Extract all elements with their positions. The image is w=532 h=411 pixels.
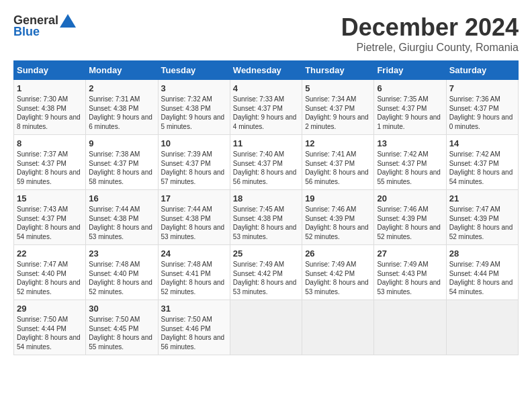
cell-info: Sunrise: 7:50 AMSunset: 4:45 PMDaylight:… [89,316,152,351]
calendar-week-row: 22Sunrise: 7:47 AMSunset: 4:40 PMDayligh… [14,245,519,300]
cell-info: Sunrise: 7:44 AMSunset: 4:38 PMDaylight:… [161,205,225,240]
calendar-cell: 18Sunrise: 7:45 AMSunset: 4:38 PMDayligh… [230,190,302,245]
calendar-cell: 4Sunrise: 7:33 AMSunset: 4:37 PMDaylight… [230,80,302,135]
calendar-cell: 30Sunrise: 7:50 AMSunset: 4:45 PMDayligh… [86,300,158,355]
calendar-cell: 28Sunrise: 7:49 AMSunset: 4:44 PMDayligh… [446,245,518,300]
calendar-cell: 3Sunrise: 7:32 AMSunset: 4:38 PMDaylight… [158,80,230,135]
cell-info: Sunrise: 7:46 AMSunset: 4:39 PMDaylight:… [377,205,441,240]
calendar-cell: 24Sunrise: 7:48 AMSunset: 4:41 PMDayligh… [158,245,230,300]
calendar-cell: 17Sunrise: 7:44 AMSunset: 4:38 PMDayligh… [158,190,230,245]
cell-info: Sunrise: 7:32 AMSunset: 4:38 PMDaylight:… [161,95,225,130]
day-number: 24 [161,248,227,259]
calendar-cell: 11Sunrise: 7:40 AMSunset: 4:37 PMDayligh… [230,135,302,190]
cell-info: Sunrise: 7:30 AMSunset: 4:38 PMDaylight:… [17,95,81,130]
cell-info: Sunrise: 7:37 AMSunset: 4:37 PMDaylight:… [17,150,81,185]
cell-info: Sunrise: 7:45 AMSunset: 4:38 PMDaylight:… [233,205,297,240]
day-number: 26 [305,248,371,259]
calendar-week-row: 1Sunrise: 7:30 AMSunset: 4:38 PMDaylight… [14,80,519,135]
cell-info: Sunrise: 7:48 AMSunset: 4:41 PMDaylight:… [161,261,225,295]
calendar-cell: 21Sunrise: 7:47 AMSunset: 4:39 PMDayligh… [446,190,518,245]
calendar-cell: 7Sunrise: 7:36 AMSunset: 4:37 PMDaylight… [446,80,518,135]
cell-info: Sunrise: 7:42 AMSunset: 4:37 PMDaylight:… [377,150,441,185]
day-number: 14 [449,138,515,148]
day-number: 28 [449,248,515,259]
day-number: 13 [377,138,443,148]
cell-info: Sunrise: 7:50 AMSunset: 4:46 PMDaylight:… [161,316,225,351]
day-number: 12 [305,138,371,148]
calendar-cell [302,300,374,355]
calendar-cell: 27Sunrise: 7:49 AMSunset: 4:43 PMDayligh… [374,245,446,300]
logo-blue: Blue [13,25,40,39]
calendar-cell: 19Sunrise: 7:46 AMSunset: 4:39 PMDayligh… [302,190,374,245]
calendar-header-row: SundayMondayTuesdayWednesdayThursdayFrid… [14,61,519,80]
calendar-cell: 12Sunrise: 7:41 AMSunset: 4:37 PMDayligh… [302,135,374,190]
day-number: 30 [89,304,154,314]
calendar-week-row: 8Sunrise: 7:37 AMSunset: 4:37 PMDaylight… [14,135,519,190]
day-number: 27 [377,248,443,259]
day-number: 18 [233,193,299,203]
day-number: 19 [305,193,371,203]
cell-info: Sunrise: 7:49 AMSunset: 4:42 PMDaylight:… [305,261,369,295]
cell-info: Sunrise: 7:42 AMSunset: 4:37 PMDaylight:… [449,150,513,185]
header-saturday: Saturday [446,61,518,80]
day-number: 1 [17,83,83,93]
cell-info: Sunrise: 7:40 AMSunset: 4:37 PMDaylight:… [233,150,297,185]
day-number: 31 [161,304,227,314]
logo: General Blue [13,13,76,39]
header-monday: Monday [86,61,158,80]
cell-info: Sunrise: 7:35 AMSunset: 4:37 PMDaylight:… [377,95,441,130]
calendar-cell: 5Sunrise: 7:34 AMSunset: 4:37 PMDaylight… [302,80,374,135]
day-number: 29 [17,304,83,314]
calendar-cell: 2Sunrise: 7:31 AMSunset: 4:38 PMDaylight… [86,80,158,135]
calendar-cell: 10Sunrise: 7:39 AMSunset: 4:37 PMDayligh… [158,135,230,190]
cell-info: Sunrise: 7:44 AMSunset: 4:38 PMDaylight:… [89,205,152,240]
calendar-cell: 9Sunrise: 7:38 AMSunset: 4:37 PMDaylight… [86,135,158,190]
day-number: 2 [89,83,154,93]
day-number: 22 [17,248,83,259]
day-number: 5 [305,83,371,93]
day-number: 16 [89,193,154,203]
calendar-week-row: 29Sunrise: 7:50 AMSunset: 4:44 PMDayligh… [14,300,519,355]
cell-info: Sunrise: 7:31 AMSunset: 4:38 PMDaylight:… [89,95,152,130]
cell-info: Sunrise: 7:49 AMSunset: 4:44 PMDaylight:… [449,261,513,295]
cell-info: Sunrise: 7:36 AMSunset: 4:37 PMDaylight:… [449,95,513,130]
calendar-cell: 20Sunrise: 7:46 AMSunset: 4:39 PMDayligh… [374,190,446,245]
calendar-cell: 26Sunrise: 7:49 AMSunset: 4:42 PMDayligh… [302,245,374,300]
day-number: 21 [449,193,515,203]
cell-info: Sunrise: 7:39 AMSunset: 4:37 PMDaylight:… [161,150,225,185]
header-wednesday: Wednesday [230,61,302,80]
cell-info: Sunrise: 7:47 AMSunset: 4:39 PMDaylight:… [449,205,513,240]
header-tuesday: Tuesday [158,61,230,80]
cell-info: Sunrise: 7:33 AMSunset: 4:37 PMDaylight:… [233,95,297,130]
day-number: 10 [161,138,227,148]
calendar-cell: 15Sunrise: 7:43 AMSunset: 4:37 PMDayligh… [14,190,86,245]
cell-info: Sunrise: 7:38 AMSunset: 4:37 PMDaylight:… [89,150,152,185]
day-number: 7 [449,83,515,93]
cell-info: Sunrise: 7:49 AMSunset: 4:42 PMDaylight:… [233,261,297,295]
cell-info: Sunrise: 7:41 AMSunset: 4:37 PMDaylight:… [305,150,369,185]
calendar-cell: 23Sunrise: 7:48 AMSunset: 4:40 PMDayligh… [86,245,158,300]
header-thursday: Thursday [302,61,374,80]
month-title: December 2024 [341,13,519,42]
calendar-cell: 6Sunrise: 7:35 AMSunset: 4:37 PMDaylight… [374,80,446,135]
calendar-cell [230,300,302,355]
svg-marker-0 [60,14,76,28]
calendar-cell: 13Sunrise: 7:42 AMSunset: 4:37 PMDayligh… [374,135,446,190]
header-area: General Blue December 2024 Pietrele, Giu… [13,13,519,54]
header-friday: Friday [374,61,446,80]
day-number: 8 [17,138,83,148]
day-number: 4 [233,83,299,93]
cell-info: Sunrise: 7:34 AMSunset: 4:37 PMDaylight:… [305,95,369,130]
calendar-cell: 31Sunrise: 7:50 AMSunset: 4:46 PMDayligh… [158,300,230,355]
cell-info: Sunrise: 7:48 AMSunset: 4:40 PMDaylight:… [89,261,152,295]
day-number: 11 [233,138,299,148]
calendar-cell: 14Sunrise: 7:42 AMSunset: 4:37 PMDayligh… [446,135,518,190]
day-number: 25 [233,248,299,259]
day-number: 3 [161,83,227,93]
calendar-cell: 25Sunrise: 7:49 AMSunset: 4:42 PMDayligh… [230,245,302,300]
calendar-cell: 29Sunrise: 7:50 AMSunset: 4:44 PMDayligh… [14,300,86,355]
day-number: 17 [161,193,227,203]
calendar-cell: 8Sunrise: 7:37 AMSunset: 4:37 PMDaylight… [14,135,86,190]
cell-info: Sunrise: 7:50 AMSunset: 4:44 PMDaylight:… [17,316,81,351]
cell-info: Sunrise: 7:49 AMSunset: 4:43 PMDaylight:… [377,261,441,295]
